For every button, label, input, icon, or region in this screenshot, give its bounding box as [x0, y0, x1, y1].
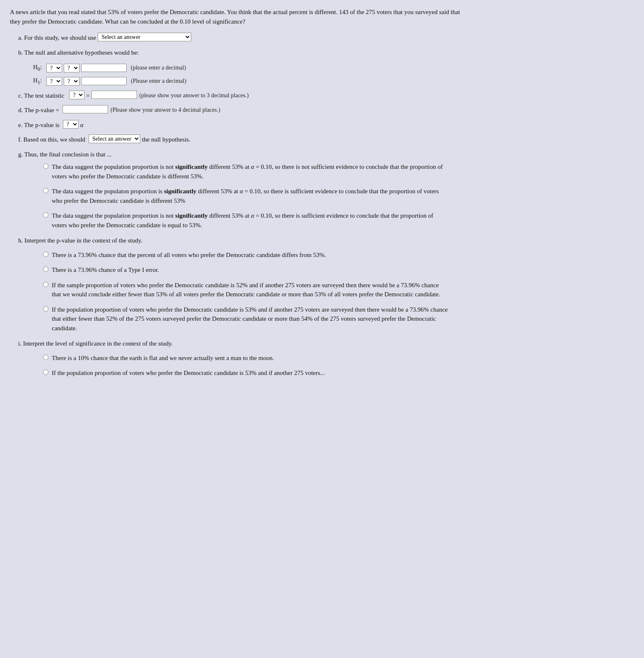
- part-h-options: There is a 73.96% chance that the percen…: [18, 250, 634, 333]
- part-d-note: (Please show your answer to 4 decimal pl…: [111, 105, 220, 115]
- part-b-label: b. The null and alternative hypotheses w…: [18, 48, 139, 58]
- part-c-eq: =: [86, 91, 89, 101]
- part-i-options: There is a 10% chance that the earth is …: [18, 353, 634, 378]
- g-option-1: The data suggest the population proporti…: [43, 162, 449, 181]
- h0-symbol-select[interactable]: ? p μ x̄: [46, 64, 62, 72]
- h1-row: H1: ? p μ x̄ ? = ≠ < > ≤ ≥ (Please enter…: [33, 75, 634, 87]
- part-e-alpha: α: [80, 120, 84, 131]
- h-option-3: If the sample proportion of voters who p…: [43, 281, 449, 299]
- part-c-label: c. The test statistic: [18, 91, 64, 101]
- part-b-header: b. The null and alternative hypotheses w…: [18, 48, 634, 58]
- part-e-compare-select[interactable]: ? < > =: [63, 120, 79, 129]
- hypothesis-block: H0: ? p μ x̄ ? = ≠ < > ≤ ≥ (please enter…: [18, 62, 634, 87]
- g-option-3: The data suggest the population proporti…: [43, 211, 449, 230]
- g-option-3-text: The data suggest the population proporti…: [52, 211, 449, 230]
- part-f-select[interactable]: Select an answer reject fail to reject: [89, 134, 140, 143]
- question-text: A news article that you read stated that…: [10, 7, 465, 26]
- h-option-4: If the population proportion of voters w…: [43, 305, 449, 333]
- g-option-2-text: The data suggest the populaton proportio…: [52, 187, 449, 205]
- h0-label: H0:: [33, 62, 45, 74]
- part-f-end: the null hypothesis.: [142, 134, 190, 145]
- h-radio-4[interactable]: [43, 306, 48, 312]
- h1-relation-select[interactable]: ? = ≠ < > ≤ ≥: [64, 77, 79, 86]
- h-option-2-text: There is a 73.96% chance of a Type I err…: [52, 265, 159, 275]
- i-option-2-text: If the population proportion of voters w…: [52, 368, 325, 378]
- part-c-note: (please show your answer to 3 decimal pl…: [139, 91, 249, 101]
- parts-container: a. For this study, we should use Select …: [10, 33, 634, 378]
- part-g-options: The data suggest the population proporti…: [18, 162, 634, 230]
- h-option-1: There is a 73.96% chance that the percen…: [43, 250, 449, 260]
- g-radio-2[interactable]: [43, 188, 48, 193]
- h-radio-2[interactable]: [43, 267, 48, 272]
- h1-label: H1:: [33, 75, 45, 87]
- h-option-1-text: There is a 73.96% chance that the percen…: [52, 250, 326, 260]
- h1-symbol-select[interactable]: ? p μ x̄: [46, 77, 62, 86]
- part-i-header: i. Interpret the level of significance i…: [18, 339, 634, 349]
- i-radio-1[interactable]: [43, 355, 48, 360]
- h-option-2: There is a 73.96% chance of a Type I err…: [43, 265, 449, 275]
- h0-value-input[interactable]: [81, 64, 127, 72]
- h1-note: (Please enter a decimal): [131, 76, 186, 86]
- g-option-1-text: The data suggest the population proporti…: [52, 162, 449, 181]
- h-option-4-text: If the population proportion of voters w…: [52, 305, 449, 333]
- i-radio-2[interactable]: [43, 370, 48, 375]
- part-g-header: g. Thus, the final conclusion is that ..…: [18, 149, 634, 160]
- h1-value-input[interactable]: [81, 77, 127, 85]
- g-radio-3[interactable]: [43, 212, 48, 218]
- h-option-3-text: If the sample proportion of voters who p…: [52, 281, 449, 299]
- i-option-1: There is a 10% chance that the earth is …: [43, 353, 449, 363]
- i-option-1-text: There is a 10% chance that the earth is …: [52, 353, 274, 363]
- part-c-stat-select[interactable]: ? z t: [69, 91, 84, 99]
- part-h-header: h. Interpret the p-value in the context …: [18, 235, 634, 246]
- h0-relation-select[interactable]: ? = ≠ < > ≤ ≥: [64, 64, 79, 72]
- part-d-label: d. The p-value =: [18, 105, 59, 116]
- part-a: a. For this study, we should use Select …: [18, 33, 634, 43]
- g-option-2: The data suggest the populaton proportio…: [43, 187, 449, 205]
- h0-note: (please enter a decimal): [131, 63, 186, 73]
- part-c-value-input[interactable]: [91, 91, 137, 99]
- g-radio-1[interactable]: [43, 163, 48, 169]
- h-radio-3[interactable]: [43, 282, 48, 287]
- h0-row: H0: ? p μ x̄ ? = ≠ < > ≤ ≥ (please enter…: [33, 62, 634, 74]
- part-e: e. The p-value is ? < > = α: [18, 120, 634, 131]
- part-f-label: f. Based on this, we should: [18, 134, 85, 145]
- part-i-label: i. Interpret the level of significance i…: [18, 339, 173, 349]
- part-a-label: a. For this study, we should use: [18, 33, 96, 43]
- part-d-value-input[interactable]: [62, 105, 108, 113]
- h-radio-1[interactable]: [43, 252, 48, 257]
- part-a-select[interactable]: Select an answer a z-test for a populati…: [98, 33, 191, 41]
- part-g-label: g. Thus, the final conclusion is that ..…: [18, 149, 112, 160]
- part-d: d. The p-value = (Please show your answe…: [18, 105, 634, 116]
- part-c: c. The test statistic ? z t = (please sh…: [18, 91, 634, 101]
- part-h-label: h. Interpret the p-value in the context …: [18, 235, 142, 246]
- i-option-2: If the population proportion of voters w…: [43, 368, 449, 378]
- part-f: f. Based on this, we should Select an an…: [18, 134, 634, 145]
- part-e-label: e. The p-value is: [18, 120, 60, 131]
